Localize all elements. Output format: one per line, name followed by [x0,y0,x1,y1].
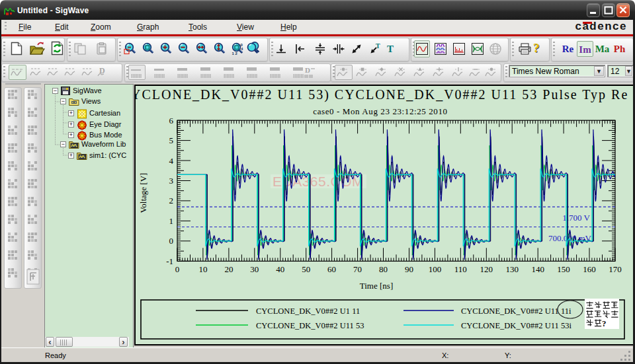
svg-text:20: 20 [224,264,233,274]
svg-text:0: 0 [169,236,174,246]
svg-text:?: ? [602,318,607,328]
svg-text:160: 160 [583,264,596,274]
svg-text:T: T [387,44,394,54]
svg-text:60: 60 [327,264,336,274]
svg-text:30: 30 [250,264,259,274]
svg-text:1 2: 1 2 [232,52,238,55]
svg-text:100: 100 [429,264,442,274]
svg-text:110: 110 [454,264,467,274]
svg-text:3: 3 [169,176,174,186]
svg-text:140: 140 [531,264,544,274]
svg-text:4: 4 [241,47,243,51]
svg-text:150: 150 [557,264,570,274]
svg-text:120: 120 [480,264,493,274]
svg-text:CYCLONE_DK_V0##2 U1 11: CYCLONE_DK_V0##2 U1 11 [256,307,360,316]
svg-text:2: 2 [169,196,174,205]
svg-text:YCLONE_DK_V0##2 U11 53) CYCLON: YCLONE_DK_V0##2 U11 53) CYCLONE_DK_V0##2… [136,87,628,102]
svg-text:-1: -1 [166,256,173,266]
svg-text:CYCLONE_DK_V0##2 U11 11i: CYCLONE_DK_V0##2 U11 11i [461,307,572,316]
svg-text:130: 130 [505,264,519,274]
svg-text:D: D [305,66,310,74]
svg-text:40: 40 [276,264,284,274]
svg-text:1: 1 [169,216,174,226]
svg-text:0: 0 [175,264,180,274]
svg-text:170: 170 [609,264,622,274]
svg-text:5: 5 [169,135,174,145]
svg-text:6: 6 [169,116,174,126]
svg-text:Voltage [V]: Voltage [V] [138,173,148,213]
svg-text:T: T [376,42,380,50]
svg-text:CYCLONE_DK_V0##2 U11 53i: CYCLONE_DK_V0##2 U11 53i [461,321,572,330]
svg-text:80: 80 [379,264,388,274]
svg-text:case0 - Mon Aug 23 23:12:25 20: case0 - Mon Aug 23 23:12:25 2010 [313,106,447,116]
svg-text:90: 90 [405,264,413,274]
svg-text:10: 10 [198,264,207,274]
svg-text:4: 4 [169,156,174,166]
svg-text:50: 50 [302,264,310,274]
svg-text:70: 70 [353,264,362,274]
svg-text:CYCLONE_DK_V0##2 U11 53: CYCLONE_DK_V0##2 U11 53 [256,321,364,330]
svg-text:Time [ns]: Time [ns] [360,281,393,291]
